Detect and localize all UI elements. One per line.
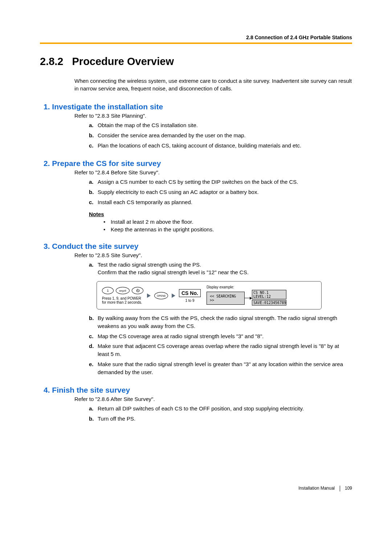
ordered-list: Obtain the map of the CS installation si…: [89, 120, 352, 150]
section-heading-1: 1. Investigate the installation site: [44, 102, 352, 111]
cs-number-range: 1 to 9: [185, 299, 194, 303]
list-item-line: Test the radio signal strength using the…: [98, 262, 201, 268]
chapter-title: Procedure Overview: [72, 56, 174, 67]
page-footer: Installation Manual 109: [40, 486, 352, 491]
list-item: Consider the service area demanded by th…: [89, 130, 352, 141]
chapter-number: 2.8.2: [40, 56, 64, 68]
section-heading-4: 4. Finish the site survey: [44, 386, 352, 394]
display-example-label: Display example:: [207, 285, 286, 289]
list-item-line: Confirm that the radio signal strength l…: [98, 269, 249, 275]
key-1-icon: 1: [102, 287, 114, 294]
cs-number-box: CS No.: [179, 289, 201, 297]
refer-text: Refer to "2.8.6 After Site Survey".: [74, 396, 352, 402]
list-item: Supply electricity to each CS using an A…: [89, 187, 352, 197]
list-item: Keep the antennas in the upright positio…: [103, 226, 352, 233]
chapter-heading: 2.8.2Procedure Overview: [40, 56, 352, 68]
list-item: Plan the locations of each CS, taking ac…: [89, 141, 352, 151]
list-item: Return all DIP switches of each CS to th…: [89, 404, 352, 414]
list-item: Install each CS temporarily as planned.: [89, 197, 352, 207]
list-item: Map the CS coverage area at radio signal…: [89, 331, 352, 341]
list-item: Test the radio signal strength using the…: [89, 260, 352, 278]
arrow-icon: [147, 293, 151, 298]
footer-manual-name: Installation Manual: [298, 486, 335, 491]
list-item: By walking away from the CS with the PS,…: [89, 313, 352, 331]
footer-page-number: 109: [345, 486, 352, 491]
running-header: 2.8 Connection of 2.4 GHz Portable Stati…: [40, 35, 352, 44]
refer-text: Refer to "2.8.4 Before Site Survey".: [74, 169, 352, 175]
list-item: Make sure that the radio signal strength…: [89, 359, 352, 377]
list-item: Turn off the PS.: [89, 414, 352, 424]
ordered-list: Test the radio signal strength using the…: [89, 260, 352, 278]
ordered-list: By walking away from the CS with the PS,…: [89, 313, 352, 377]
key-open-icon: OPEN0: [154, 292, 168, 299]
key-power-icon: ⏻: [132, 287, 143, 294]
display-screen-searching: << SEARCHING >>: [207, 292, 245, 305]
list-item: Obtain the map of the CS installation si…: [89, 120, 352, 130]
key-9-icon: wxyz9: [116, 287, 130, 294]
ordered-list: Assign a CS number to each CS by setting…: [89, 177, 352, 207]
ordered-list: Return all DIP switches of each CS to th…: [89, 404, 352, 424]
list-item: Make sure that adjacent CS coverage area…: [89, 341, 352, 359]
notes-label: Notes: [89, 211, 352, 217]
refer-text: Refer to "2.8.5 Site Survey".: [74, 252, 352, 258]
notes-list: Install at least 2 m above the floor. Ke…: [103, 218, 352, 233]
section-heading-3: 3. Conduct the site survey: [44, 242, 352, 251]
refer-text: Refer to "2.8.3 Site Planning".: [74, 113, 352, 119]
display-screen-save: SAVE:0123456789: [252, 300, 286, 305]
list-item: Assign a CS number to each CS by setting…: [89, 177, 352, 187]
display-screen-level: CS NO.1 LEVEL:12: [252, 290, 286, 299]
press-hint: Press 1, 9, and POWER for more than 2 se…: [102, 296, 143, 304]
footer-separator: [340, 486, 340, 491]
keypad-diagram: 1 wxyz9 ⏻ Press 1, 9, and POWER for more…: [97, 281, 322, 309]
page: 2.8 Connection of 2.4 GHz Portable Stati…: [0, 0, 392, 506]
intro-paragraph: When connecting the wireless system, use…: [74, 77, 352, 92]
section-heading-2: 2. Prepare the CS for site survey: [44, 159, 352, 168]
list-item: Install at least 2 m above the floor.: [103, 218, 352, 226]
arrow-icon: [172, 293, 175, 298]
connector-arrow: [245, 297, 252, 300]
